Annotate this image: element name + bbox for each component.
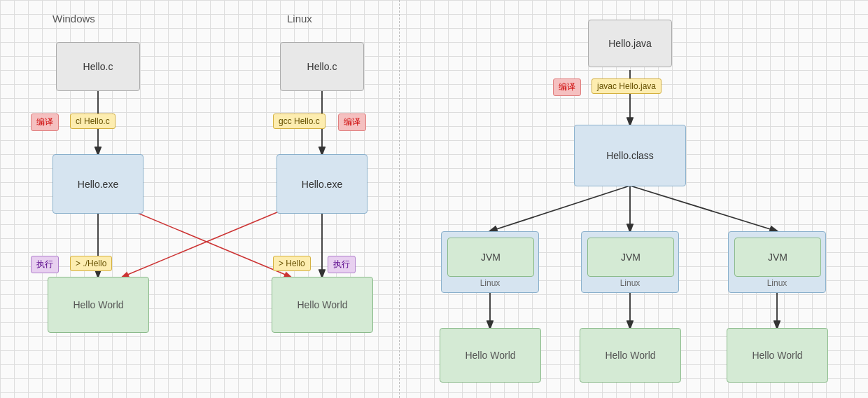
- jvm-inner-right: JVM: [734, 238, 821, 277]
- badge-compile-java: 编译: [553, 78, 581, 96]
- linux-label: Linux: [287, 13, 312, 25]
- hello-c-win-node: Hello.c: [56, 42, 140, 91]
- hello-world-linux-node: Hello World: [272, 277, 373, 333]
- badge-run-hello: > Hello: [273, 256, 311, 271]
- windows-label: Windows: [52, 13, 95, 25]
- hello-world-win-node: Hello World: [48, 277, 149, 333]
- badge-gcc-hello: gcc Hello.c: [273, 114, 326, 129]
- jvm-inner-center: JVM: [587, 238, 674, 277]
- badge-compile-linux: 编译: [338, 114, 366, 131]
- hello-world-jvm-left: Hello World: [440, 328, 541, 383]
- badge-cl-hello: cl Hello.c: [70, 114, 115, 129]
- jvm-inner-left: JVM: [447, 238, 534, 277]
- jvm-container-left: JVM Linux: [441, 231, 539, 293]
- svg-line-11: [630, 186, 777, 231]
- hello-world-jvm-center: Hello World: [580, 328, 681, 383]
- svg-line-7: [122, 207, 290, 277]
- jvm-container-right: JVM Linux: [728, 231, 826, 293]
- hello-class-node: Hello.class: [574, 125, 686, 186]
- badge-run-linux: 执行: [328, 256, 356, 273]
- canvas: Windows Linux: [0, 0, 868, 398]
- badge-compile-win: 编译: [31, 114, 59, 131]
- section-divider: [399, 0, 400, 398]
- hello-exe-win-node: Hello.exe: [52, 154, 144, 214]
- badge-run-hello-sh: > ./Hello: [70, 256, 112, 271]
- hello-java-node: Hello.java: [588, 20, 672, 67]
- hello-world-jvm-right: Hello World: [727, 328, 828, 383]
- svg-line-6: [122, 207, 290, 277]
- jvm-container-center: JVM Linux: [581, 231, 679, 293]
- svg-line-9: [490, 186, 630, 231]
- hello-c-linux-node: Hello.c: [280, 42, 364, 91]
- hello-exe-linux-node: Hello.exe: [276, 154, 368, 214]
- badge-run-win: 执行: [31, 256, 59, 273]
- badge-javac: javac Hello.java: [592, 78, 662, 94]
